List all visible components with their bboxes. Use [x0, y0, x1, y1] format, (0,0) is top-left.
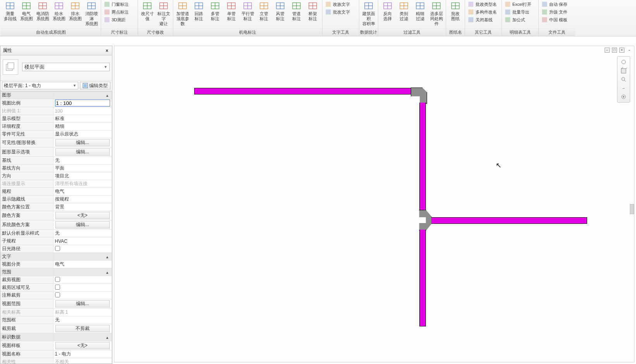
pan-icon[interactable]: −	[619, 84, 628, 92]
ribbon-button[interactable]: 批改图纸	[447, 0, 464, 21]
ribbon-button[interactable]: 自动 保存	[540, 0, 574, 8]
ribbon-button[interactable]: 3D测距	[102, 16, 136, 24]
ribbon-button[interactable]: 类别过滤	[396, 0, 412, 21]
property-row[interactable]: 默认分析显示样式无	[0, 230, 112, 237]
ribbon-button[interactable]: 反向选择	[379, 0, 396, 21]
navigation-bar[interactable]: −	[617, 56, 630, 103]
pipe-segment[interactable]	[419, 103, 426, 213]
ribbon-button[interactable]: 中国 模板	[540, 16, 574, 24]
pipe-segment[interactable]	[194, 88, 411, 94]
property-row[interactable]: 显示隐藏线按规程	[0, 196, 112, 203]
ribbon-button[interactable]: 升级 文件	[540, 8, 574, 16]
ribbon-button[interactable]: 电消防系统图	[34, 0, 51, 21]
ribbon-button[interactable]: 平行管标注	[240, 0, 256, 21]
property-row[interactable]: 日光路径	[0, 245, 112, 253]
property-row[interactable]: 零件可见性显示原状态	[0, 130, 112, 138]
property-value[interactable]	[53, 245, 112, 253]
view-selector[interactable]: 楼层平面: 1 - 电力 ▼	[2, 82, 78, 89]
property-row[interactable]: 基线方向平面	[0, 165, 112, 172]
property-section-header[interactable]: 文字	[0, 253, 112, 261]
property-value[interactable]: 清理所有墙连接	[53, 180, 112, 188]
ribbon-button[interactable]: 测量多段线	[2, 0, 18, 21]
property-row[interactable]: 颜色方案位置背景	[0, 203, 112, 211]
property-value[interactable]: 按规程	[53, 196, 112, 203]
property-value[interactable]: 电气	[53, 261, 112, 268]
dropdown-button[interactable]: ⌄	[627, 48, 632, 53]
ribbon-button[interactable]: 给水系统图	[51, 0, 67, 21]
property-value[interactable]	[53, 284, 112, 292]
edit-button[interactable]: 编辑...	[55, 300, 110, 307]
scrollbar-handle[interactable]	[630, 204, 634, 214]
ribbon-button[interactable]: 标注文字避让	[155, 0, 172, 27]
steering-icon[interactable]	[619, 93, 628, 101]
ribbon-button[interactable]: 多构件改名	[466, 8, 500, 16]
property-value[interactable]: 项目北	[53, 172, 112, 180]
property-section-header[interactable]: 标识数据	[0, 333, 112, 341]
ribbon-button[interactable]: 批改类型名	[466, 0, 500, 8]
ribbon-button[interactable]: 消防喷淋系统图	[83, 0, 100, 27]
close-button[interactable]: ×	[619, 48, 624, 53]
property-value[interactable]: 标高 1	[53, 309, 112, 316]
ribbon-button[interactable]: 立管标注	[256, 0, 272, 21]
zoom-icon[interactable]	[619, 76, 628, 83]
property-value[interactable]: 标准	[53, 115, 112, 123]
ribbon-button[interactable]: 批量导出	[503, 8, 537, 16]
property-value[interactable]: 背景	[53, 203, 112, 211]
ribbon-button[interactable]: Excel打开	[503, 0, 537, 8]
checkbox[interactable]	[55, 277, 60, 282]
property-row[interactable]: 方向项目北	[0, 172, 112, 180]
property-row[interactable]: 基线无	[0, 157, 112, 165]
edit-type-button[interactable]: 编辑类型	[80, 82, 110, 89]
property-value[interactable]: <无>	[53, 341, 112, 350]
property-row[interactable]: 颜色方案<无>	[0, 211, 112, 220]
ribbon-button[interactable]: 精细过滤	[412, 0, 428, 21]
property-value[interactable]: <无>	[53, 211, 112, 220]
property-row[interactable]: 墙连接显示清理所有墙连接	[0, 180, 112, 188]
edit-button[interactable]: <无>	[55, 212, 110, 219]
ribbon-button[interactable]: 单管标注	[223, 0, 240, 21]
edit-button[interactable]: 不剪裁	[55, 325, 110, 332]
property-row[interactable]: 规程电气	[0, 188, 112, 196]
property-row[interactable]: 系统颜色方案编辑...	[0, 220, 112, 230]
property-row[interactable]: 视图范围编辑...	[0, 299, 112, 309]
pipe-segment[interactable]	[431, 217, 587, 224]
ribbon-button[interactable]: 改尺寸值	[139, 0, 155, 21]
property-row[interactable]: 相关标高标高 1	[0, 309, 112, 316]
checkbox[interactable]	[55, 246, 60, 251]
pipe-fitting-elbow[interactable]	[411, 88, 427, 104]
properties-title-bar[interactable]: 属性 ×	[0, 46, 112, 55]
checkbox[interactable]	[55, 292, 60, 297]
property-row[interactable]: 视图比例	[0, 99, 112, 107]
ribbon-button[interactable]: 排水系统图	[67, 0, 83, 21]
text-input[interactable]	[55, 100, 110, 106]
ribbon-button[interactable]: 选多层同处构件	[428, 0, 445, 27]
property-value[interactable]: 电气	[53, 188, 112, 196]
ribbon-button[interactable]: 两点标注	[102, 8, 136, 16]
property-value[interactable]: 100	[53, 107, 112, 115]
property-value[interactable]: 精细	[53, 123, 112, 130]
property-value[interactable]	[53, 99, 112, 107]
property-row[interactable]: 子规程HVAC	[0, 237, 112, 245]
property-section-header[interactable]: 图形	[0, 91, 112, 99]
edit-button[interactable]: 编辑...	[55, 148, 110, 156]
property-row[interactable]: 显示模型标准	[0, 115, 112, 123]
properties-grid[interactable]: 图形视图比例比例值 1:100显示模型标准详细程度精细零件可见性显示原状态可见性…	[0, 91, 112, 364]
property-value[interactable]: 无	[53, 316, 112, 324]
property-value[interactable]: 无	[53, 157, 112, 165]
type-combo[interactable]: 楼层平面 ▼	[22, 63, 110, 71]
property-value[interactable]: 平面	[53, 165, 112, 172]
property-row[interactable]: 裁剪视图	[0, 276, 112, 284]
ribbon-button[interactable]: 建筑面积容积率	[360, 0, 377, 27]
ribbon-button[interactable]: 电气系统图	[18, 0, 34, 21]
edit-button[interactable]: <无>	[55, 342, 110, 349]
cube-icon[interactable]	[619, 67, 628, 75]
property-row[interactable]: 视图名称1 - 电力	[0, 350, 112, 358]
pipe-fitting-tee[interactable]	[411, 210, 432, 231]
pipe-segment[interactable]	[419, 230, 426, 326]
home-icon[interactable]	[619, 58, 628, 66]
ribbon-button[interactable]: 门窗标注	[102, 0, 136, 8]
property-row[interactable]: 比例值 1:100	[0, 107, 112, 115]
ribbon-button[interactable]: 风管标注	[272, 0, 288, 21]
property-section-header[interactable]: 范围	[0, 268, 112, 276]
checkbox[interactable]	[55, 285, 60, 290]
